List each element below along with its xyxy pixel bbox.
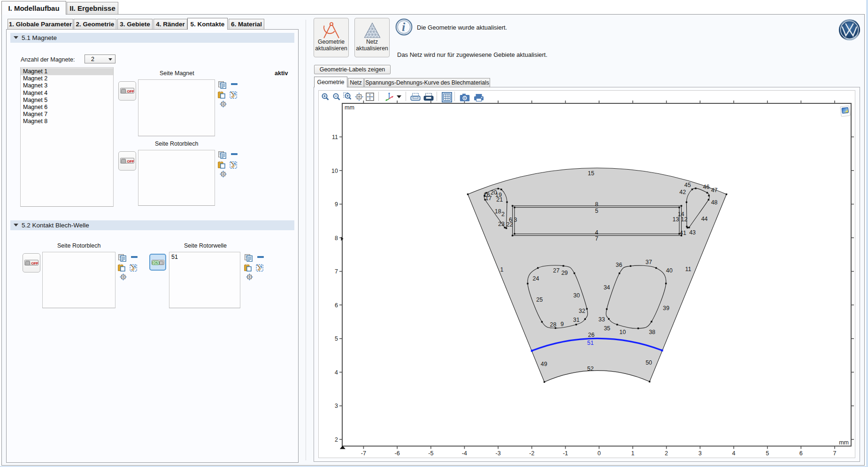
svg-text:mm: mm <box>345 104 354 111</box>
svg-text:38: 38 <box>649 329 655 335</box>
svg-text:1: 1 <box>631 450 634 457</box>
svg-text:5: 5 <box>595 208 599 214</box>
svg-text:33: 33 <box>599 316 605 323</box>
svg-text:8: 8 <box>595 201 599 208</box>
svg-text:36: 36 <box>616 262 622 268</box>
svg-text:27: 27 <box>553 267 560 274</box>
svg-text:13: 13 <box>673 216 679 223</box>
svg-text:-5: -5 <box>428 450 433 457</box>
svg-text:9: 9 <box>561 321 564 327</box>
svg-text:-2: -2 <box>529 450 534 457</box>
svg-text:-6: -6 <box>395 450 400 457</box>
svg-text:15: 15 <box>588 170 594 177</box>
svg-text:6: 6 <box>335 302 338 309</box>
svg-text:45: 45 <box>684 182 691 188</box>
svg-text:24: 24 <box>533 275 539 282</box>
svg-text:10: 10 <box>331 168 338 174</box>
svg-text:26: 26 <box>588 332 595 338</box>
svg-text:-1: -1 <box>563 450 568 457</box>
svg-text:32: 32 <box>579 308 585 314</box>
svg-text:39: 39 <box>663 305 669 311</box>
svg-text:42: 42 <box>679 189 686 195</box>
svg-text:44: 44 <box>701 216 708 222</box>
svg-text:17: 17 <box>485 195 492 202</box>
svg-text:30: 30 <box>573 292 580 299</box>
svg-text:43: 43 <box>689 229 696 236</box>
svg-text:1: 1 <box>500 266 504 273</box>
svg-text:0: 0 <box>598 450 601 457</box>
svg-text:23: 23 <box>498 221 505 227</box>
svg-text:5: 5 <box>335 335 338 342</box>
svg-text:10: 10 <box>619 329 626 335</box>
svg-text:21: 21 <box>496 196 503 203</box>
svg-text:11: 11 <box>685 266 691 272</box>
svg-text:49: 49 <box>541 361 547 367</box>
svg-text:25: 25 <box>536 296 543 303</box>
svg-text:9: 9 <box>335 201 338 208</box>
svg-text:40: 40 <box>666 267 673 274</box>
svg-text:7: 7 <box>833 450 837 457</box>
svg-text:29: 29 <box>561 270 568 276</box>
svg-text:51: 51 <box>587 340 594 346</box>
svg-text:2: 2 <box>665 450 668 457</box>
svg-text:12: 12 <box>681 216 688 223</box>
svg-text:50: 50 <box>645 359 652 366</box>
svg-text:2: 2 <box>335 436 338 443</box>
svg-text:5: 5 <box>766 450 769 457</box>
svg-text:4: 4 <box>335 369 338 376</box>
svg-text:2: 2 <box>501 211 505 218</box>
svg-text:7: 7 <box>335 268 338 275</box>
svg-text:48: 48 <box>711 199 718 206</box>
svg-text:3: 3 <box>335 403 338 409</box>
svg-text:3: 3 <box>699 450 702 457</box>
svg-text:34: 34 <box>604 284 610 291</box>
svg-text:i: i <box>402 20 406 34</box>
svg-text:18: 18 <box>495 208 501 215</box>
svg-text:46: 46 <box>703 184 710 190</box>
svg-text:-4: -4 <box>462 450 467 457</box>
svg-text:37: 37 <box>645 259 652 265</box>
svg-text:31: 31 <box>573 317 580 323</box>
svg-text:35: 35 <box>604 325 610 332</box>
svg-text:-7: -7 <box>361 450 366 457</box>
svg-text:11: 11 <box>332 134 338 140</box>
svg-text:52: 52 <box>587 366 594 372</box>
svg-text:3: 3 <box>514 217 517 223</box>
svg-text:28: 28 <box>550 321 556 328</box>
svg-text:4: 4 <box>732 450 736 457</box>
svg-text:7: 7 <box>595 235 599 242</box>
svg-text:22: 22 <box>507 221 513 228</box>
svg-text:6: 6 <box>799 450 803 457</box>
svg-text:-3: -3 <box>496 450 501 457</box>
svg-text:8: 8 <box>335 235 338 241</box>
svg-text:mm: mm <box>839 439 849 446</box>
svg-text:47: 47 <box>711 187 718 194</box>
svg-text:41: 41 <box>680 230 686 236</box>
